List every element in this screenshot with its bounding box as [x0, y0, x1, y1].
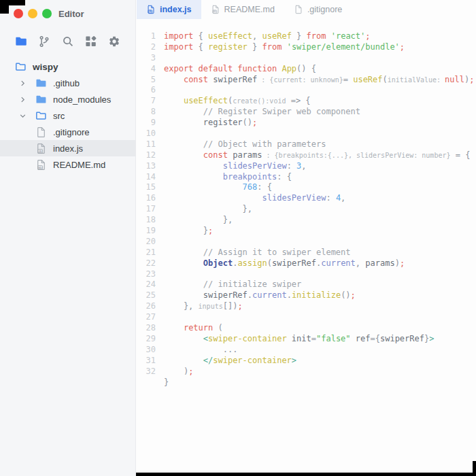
- tab-label: index.js: [160, 5, 192, 14]
- code-line[interactable]: 24 // initialize swiper: [137, 279, 476, 290]
- window-title: Editor: [58, 9, 84, 19]
- code-line[interactable]: 21 // Assign it to swiper element: [137, 248, 476, 258]
- code-token: params: [233, 150, 262, 160]
- line-number: 14: [141, 172, 156, 183]
- code-line-content: },: [164, 204, 252, 215]
- code-line[interactable]: 29 <swiper-container init="false" ref={s…: [137, 334, 476, 345]
- code-token: ): [395, 258, 400, 268]
- tree-item-label: index.js: [53, 143, 83, 154]
- code-line[interactable]: 25 swiperRef.current.initialize();: [137, 290, 476, 301]
- search-icon[interactable]: [61, 35, 75, 48]
- code-line[interactable]: 9 register();: [137, 118, 476, 129]
- code-token: current: [321, 258, 356, 268]
- editor-window: Editor wispy.githubnode_modulessrc.gitig…: [0, 0, 476, 476]
- extensions-icon[interactable]: [84, 35, 98, 48]
- code-line[interactable]: 32 );: [137, 367, 476, 377]
- code-line[interactable]: 26 }, inputs[]);: [137, 301, 476, 312]
- code-line[interactable]: 20: [137, 237, 476, 248]
- code-line[interactable]: 16 slidesPerView: 4,: [137, 193, 476, 204]
- folder-icon[interactable]: [14, 35, 28, 48]
- code-token: [164, 118, 203, 127]
- code-token: (: [267, 258, 272, 268]
- code-token: ;: [188, 367, 193, 376]
- gear-icon[interactable]: [107, 35, 121, 48]
- code-line[interactable]: 8 // Register Swiper web component: [137, 107, 476, 118]
- code-token: [164, 323, 184, 333]
- code-token: import: [164, 31, 193, 41]
- code-token: assign: [237, 258, 267, 268]
- line-number: 13: [141, 161, 156, 172]
- chevron-down-icon[interactable]: [19, 110, 35, 121]
- code-line[interactable]: 13 slidesPerView: 3,: [137, 161, 476, 172]
- code-line[interactable]: 15 768: {: [137, 182, 476, 193]
- code-line[interactable]: 14 breakpoints: {: [137, 172, 476, 183]
- code-line[interactable]: 23: [137, 269, 476, 280]
- tree-item-wispy[interactable]: wispy: [0, 58, 135, 75]
- code-line[interactable]: 12 const params : {breakpoints:{...}, sl…: [137, 150, 476, 161]
- code-line[interactable]: 6: [137, 85, 476, 96]
- code-token: slidesPerView: [262, 193, 326, 203]
- tree-item-src[interactable]: src: [0, 107, 135, 124]
- code-token: }: [164, 226, 208, 235]
- close-window-button[interactable]: [14, 9, 23, 18]
- tree-item-label: src: [53, 111, 65, 121]
- code-token: }: [248, 42, 262, 52]
- code-token: ): [164, 367, 188, 376]
- code-token: useEffect: [184, 96, 228, 105]
- code-line[interactable]: 19 };: [137, 226, 476, 237]
- code-line[interactable]: 5 const swiperRef : {current: unknown}= …: [137, 75, 476, 86]
- code-token: initialize: [292, 290, 341, 300]
- code-line-content: const params : {breakpoints:{...}, slide…: [164, 150, 470, 161]
- code-line[interactable]: 30 ...: [137, 345, 476, 356]
- tab--gitignore[interactable]: .gitignore: [284, 0, 352, 19]
- minimize-window-button[interactable]: [28, 9, 37, 18]
- tree-item-label: README.md: [53, 160, 105, 170]
- code-line[interactable]: 22 Object.assign(swiperRef.current, para…: [137, 258, 476, 269]
- tab-index-js[interactable]: JSindex.js: [137, 0, 201, 19]
- code-line[interactable]: 7 useEffect(create():void => {: [137, 96, 476, 107]
- code-line[interactable]: 3: [137, 53, 476, 64]
- tab-readme-md[interactable]: MDREADME.md: [201, 0, 284, 19]
- chevron-right-icon[interactable]: [19, 94, 35, 105]
- tree-item-node-modules[interactable]: node_modules: [0, 91, 135, 107]
- tree-item--gitignore[interactable]: .gitignore: [0, 124, 135, 140]
- code-line[interactable]: 17 },: [137, 204, 476, 215]
- code-token: useRef: [262, 31, 292, 41]
- code-line-content: const swiperRef : {current: unknown}= us…: [164, 75, 474, 86]
- code-line[interactable]: 28 return (: [137, 323, 476, 334]
- tree-item-readme-md[interactable]: MDREADME.md: [0, 156, 135, 173]
- code-line[interactable]: 10: [137, 129, 476, 139]
- code-token: }: [164, 377, 169, 387]
- svg-text:JS: JS: [39, 150, 42, 152]
- code-line[interactable]: 2import { register } from 'swiper/elemen…: [137, 42, 476, 53]
- folder-outline-icon: [35, 110, 47, 122]
- line-number: 23: [141, 269, 156, 280]
- code-token: 'react': [331, 31, 366, 41]
- code-line[interactable]: 27: [137, 312, 476, 323]
- line-number: 21: [141, 248, 156, 258]
- code-line[interactable]: 4export default function App() {: [137, 64, 476, 75]
- code-line[interactable]: }: [137, 377, 476, 388]
- code-editor[interactable]: 1import { useEffect, useRef } from 'reac…: [137, 19, 476, 388]
- maximize-window-button[interactable]: [42, 9, 52, 18]
- file-md-icon: MD: [211, 5, 220, 14]
- tree-item--github[interactable]: .github: [0, 75, 135, 91]
- code-token: ,: [341, 193, 345, 203]
- code-token: (): [243, 118, 252, 127]
- code-line-content: }, inputs[]);: [164, 301, 243, 312]
- code-line[interactable]: 11 // Object with parameters: [137, 139, 476, 150]
- code-line-content: );: [164, 367, 193, 377]
- chevron-right-icon[interactable]: [19, 78, 35, 88]
- code-token: swiper-container: [208, 334, 287, 343]
- code-token: useRef: [353, 75, 382, 84]
- git-branch-icon[interactable]: [37, 35, 51, 48]
- tab-label: .gitignore: [307, 5, 342, 14]
- activity-bar: [0, 30, 135, 53]
- tree-item-index-js[interactable]: JSindex.js: [0, 140, 135, 156]
- code-line-content: slidesPerView: 3,: [164, 161, 307, 172]
- code-line[interactable]: 18 },: [137, 215, 476, 226]
- line-number: 15: [141, 182, 156, 193]
- code-line[interactable]: 31 </swiper-container>: [137, 356, 476, 367]
- code-token: [164, 75, 184, 84]
- code-line[interactable]: 1import { useEffect, useRef } from 'reac…: [137, 31, 476, 42]
